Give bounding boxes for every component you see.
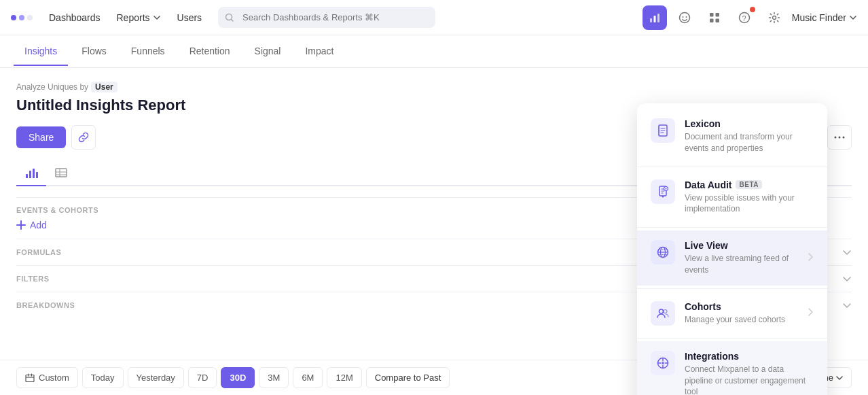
live-view-icon xyxy=(656,245,670,259)
filters-chevron-icon[interactable] xyxy=(842,274,852,284)
apps-dropdown-menu: Lexicon Document and transform your even… xyxy=(637,103,827,395)
org-chevron-icon xyxy=(849,14,857,22)
face-icon-btn[interactable] xyxy=(672,5,697,30)
today-btn[interactable]: Today xyxy=(82,367,124,388)
3m-btn[interactable]: 3M xyxy=(259,367,289,388)
menu-divider-2 xyxy=(637,227,827,228)
6m-btn[interactable]: 6M xyxy=(293,367,323,388)
data-audit-title: Data Audit BETA xyxy=(685,179,814,190)
svg-rect-18 xyxy=(29,171,31,178)
integrations-text: Integrations Connect Mixpanel to a data … xyxy=(685,351,814,395)
cohorts-menu-item[interactable]: Cohorts Manage your saved cohorts xyxy=(637,292,827,335)
svg-rect-25 xyxy=(26,375,34,381)
tab-insights[interactable]: Insights xyxy=(14,37,68,66)
data-audit-menu-item[interactable]: Data Audit BETA View possible issues wit… xyxy=(637,170,827,225)
cohorts-text: Cohorts Manage your saved cohorts xyxy=(685,301,799,326)
plus-icon xyxy=(16,220,26,230)
lexicon-desc: Document and transform your events and p… xyxy=(685,131,814,154)
search-wrapper xyxy=(218,7,435,28)
more-options-btn[interactable] xyxy=(827,125,852,150)
chart-view-tab[interactable] xyxy=(16,160,46,186)
cohorts-title: Cohorts xyxy=(685,301,799,312)
org-name[interactable]: Music Finder xyxy=(792,12,857,23)
yesterday-btn[interactable]: Yesterday xyxy=(128,367,184,388)
tab-signal[interactable]: Signal xyxy=(244,37,292,66)
svg-point-37 xyxy=(662,362,664,364)
svg-point-14 xyxy=(835,137,837,139)
lexicon-icon-wrap xyxy=(651,118,675,143)
reports-icon-btn[interactable] xyxy=(643,5,667,30)
menu-divider-1 xyxy=(637,167,827,167)
tab-flows[interactable]: Flows xyxy=(71,37,117,66)
table-tab-icon xyxy=(54,166,68,179)
svg-point-29 xyxy=(662,195,664,197)
line-chevron-icon xyxy=(836,375,843,381)
search-icon xyxy=(225,13,234,22)
chart-tab-icon xyxy=(24,166,38,179)
svg-rect-9 xyxy=(710,18,714,22)
tab-impact[interactable]: Impact xyxy=(294,37,344,66)
nav-reports[interactable]: Reports xyxy=(117,12,161,23)
data-audit-desc: View possible issues with your implement… xyxy=(685,192,814,216)
more-icon xyxy=(834,136,845,139)
integrations-menu-item[interactable]: Integrations Connect Mixpanel to a data … xyxy=(637,341,827,395)
analyze-row: Analyze Uniques by User xyxy=(16,82,852,92)
main-content: Analyze Uniques by User Untitled Insight… xyxy=(0,68,868,395)
live-view-desc: View a live streaming feed of events xyxy=(685,253,799,276)
grid-icon xyxy=(708,12,721,24)
cohorts-chevron-icon xyxy=(808,308,814,318)
svg-point-15 xyxy=(839,137,841,139)
svg-rect-20 xyxy=(36,172,38,178)
top-nav: Dashboards Reports Users xyxy=(0,0,868,35)
svg-rect-7 xyxy=(710,13,714,17)
share-button[interactable]: Share xyxy=(16,126,66,148)
cohorts-icon-wrap xyxy=(651,301,675,326)
svg-rect-19 xyxy=(33,169,35,178)
calendar-icon xyxy=(25,373,35,383)
link-icon-btn[interactable] xyxy=(71,125,96,150)
reports-chevron-icon xyxy=(153,14,161,22)
data-audit-text: Data Audit BETA View possible issues wit… xyxy=(685,179,814,216)
analyze-by-tag[interactable]: User xyxy=(91,82,117,92)
svg-point-13 xyxy=(772,16,776,19)
12m-btn[interactable]: 12M xyxy=(327,367,361,388)
bar-chart-icon xyxy=(649,12,661,24)
settings-icon-btn[interactable] xyxy=(762,5,786,30)
integrations-icon-wrap xyxy=(651,351,675,375)
svg-point-16 xyxy=(843,137,845,139)
live-view-text: Live View View a live streaming feed of … xyxy=(685,240,799,276)
app-logo xyxy=(11,15,33,20)
svg-rect-2 xyxy=(653,16,655,22)
beta-badge: BETA xyxy=(736,180,761,189)
menu-divider-4 xyxy=(637,338,827,339)
help-badge-wrap: ? xyxy=(732,5,757,30)
svg-rect-27 xyxy=(658,126,659,135)
nav-users[interactable]: Users xyxy=(177,12,202,23)
svg-rect-3 xyxy=(657,14,659,22)
compare-to-past-btn[interactable]: Compare to Past xyxy=(366,367,450,388)
30d-btn[interactable]: 30D xyxy=(221,367,255,388)
gear-icon xyxy=(768,12,780,24)
integrations-desc: Connect Mixpanel to a data pipeline or c… xyxy=(685,364,814,395)
profile-icon xyxy=(679,12,691,24)
search-input[interactable] xyxy=(218,7,435,28)
nav-dashboards[interactable]: Dashboards xyxy=(49,12,101,23)
lexicon-menu-item[interactable]: Lexicon Document and transform your even… xyxy=(637,109,827,164)
live-view-title: Live View xyxy=(685,240,799,251)
table-view-tab[interactable] xyxy=(46,160,76,186)
integrations-icon xyxy=(656,356,670,370)
tab-retention[interactable]: Retention xyxy=(179,37,241,66)
breakdowns-chevron-icon[interactable] xyxy=(842,300,852,310)
svg-point-5 xyxy=(682,16,683,18)
cohorts-desc: Manage your saved cohorts xyxy=(685,314,799,326)
cohorts-icon xyxy=(656,307,670,320)
custom-date-btn[interactable]: Custom xyxy=(16,367,78,388)
live-view-menu-item[interactable]: Live View View a live streaming feed of … xyxy=(637,230,827,286)
tab-funnels[interactable]: Funnels xyxy=(120,37,176,66)
svg-rect-10 xyxy=(715,18,719,22)
formulas-chevron-icon[interactable] xyxy=(842,247,852,257)
svg-rect-8 xyxy=(715,13,719,17)
7d-btn[interactable]: 7D xyxy=(188,367,217,388)
help-icon: ? xyxy=(738,12,751,24)
grid-icon-btn[interactable] xyxy=(702,5,727,30)
